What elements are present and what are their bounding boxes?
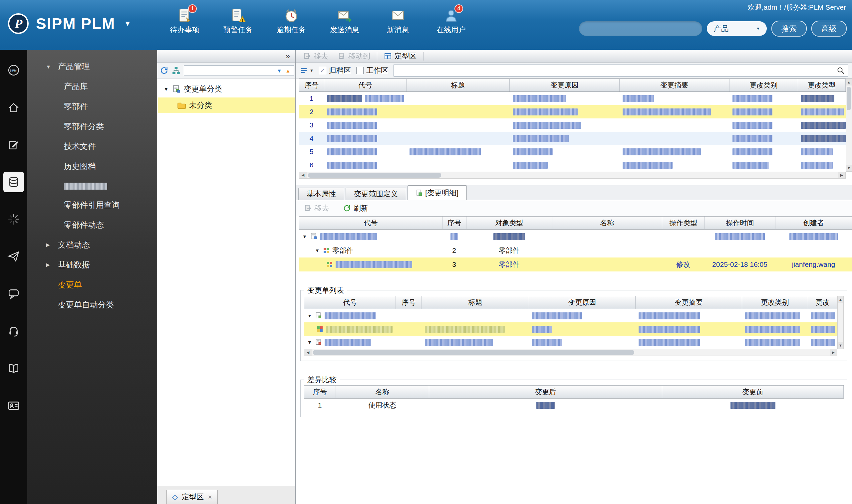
col-reason[interactable]: 变更原因	[510, 79, 620, 91]
tab-basic-properties[interactable]: 基本属性	[298, 187, 344, 200]
scroll-track[interactable]	[307, 172, 838, 178]
brand-caret-icon[interactable]: ▼	[124, 19, 131, 28]
sidebar-item-history-drawings[interactable]: 历史图档	[27, 156, 157, 176]
grid1-horizontal-scrollbar[interactable]: ◀ ▶	[299, 172, 846, 179]
col-change-category[interactable]: 更改类别	[742, 296, 808, 309]
tab-change-detail-active[interactable]: [变更明细]	[407, 185, 467, 200]
table-row[interactable]: 1	[299, 92, 846, 105]
rail-database-icon[interactable]	[3, 172, 24, 192]
sidebar-item-change-order[interactable]: 变更单	[27, 275, 157, 295]
sidebar-item-product-library[interactable]: 产品库	[27, 76, 157, 96]
sidebar-item-technical-docs[interactable]: 技术文件	[27, 137, 157, 156]
table-row[interactable]: 6	[299, 158, 846, 172]
row-expander-icon[interactable]: ▼	[302, 234, 308, 239]
col-name[interactable]: 名称	[552, 217, 662, 229]
table-row[interactable]: 4	[299, 132, 846, 145]
grid1-vertical-scrollbar[interactable]: ▲ ▼	[846, 78, 852, 172]
scroll-thumb[interactable]	[847, 87, 851, 110]
search-category-dropdown[interactable]: 产品 ▼	[707, 21, 767, 36]
tree-hierarchy-icon[interactable]	[172, 66, 180, 75]
move-to-button[interactable]: 移动到	[335, 51, 373, 61]
rail-sipm-logo-icon[interactable]: SIPM	[3, 60, 24, 80]
grid-search-input[interactable]	[397, 66, 836, 75]
overdue-tasks-button[interactable]: 逾期任务	[275, 7, 308, 35]
grid3-horizontal-scrollbar[interactable]: ◀ ▶	[304, 349, 837, 356]
col-title[interactable]: 标题	[406, 79, 510, 91]
sidebar-section-product-management[interactable]: ▼ 产品管理	[27, 57, 157, 76]
online-users-button[interactable]: 4 在线用户	[434, 7, 468, 35]
scroll-thumb[interactable]	[308, 173, 441, 178]
sidebar-group-document-activity[interactable]: ▶ 文档动态	[27, 235, 157, 255]
scroll-left-button[interactable]: ◀	[304, 349, 312, 356]
search-button[interactable]: 搜索	[771, 21, 807, 37]
col-summary[interactable]: 变更摘要	[620, 79, 729, 91]
sidebar-item-part-categories[interactable]: 零部件分类	[27, 116, 157, 137]
workspace-checkbox[interactable]: 工作区	[356, 66, 388, 75]
new-message-button[interactable]: 新消息	[381, 7, 415, 35]
tab-change-scope[interactable]: 变更范围定义	[346, 187, 406, 200]
panel-collapse-button[interactable]: »	[286, 52, 290, 60]
col-seq[interactable]: 序号	[442, 217, 467, 229]
col-operation-time[interactable]: 操作时间	[705, 217, 776, 229]
rail-edit-icon[interactable]	[3, 134, 24, 155]
rail-loading-icon[interactable]	[3, 209, 24, 230]
tree-refresh-icon[interactable]	[160, 66, 169, 75]
scroll-right-button[interactable]: ▶	[838, 172, 845, 178]
finalize-area-tab[interactable]: ◇ 定型区 ✕	[167, 490, 218, 504]
rail-book-icon[interactable]	[3, 358, 24, 379]
scroll-up-button[interactable]: ▲	[846, 79, 852, 86]
scroll-down-button[interactable]: ▼	[838, 342, 844, 349]
tree-search-prev-icon[interactable]: ▲	[284, 67, 292, 74]
brand[interactable]: P SIPM PLM ▼	[7, 13, 131, 35]
rail-home-icon[interactable]	[3, 97, 24, 118]
sidebar-item-part-activity[interactable]: 零部件动态	[27, 215, 157, 235]
tree-expander-icon[interactable]: ▼	[164, 87, 169, 92]
col-change-category[interactable]: 更改类别	[729, 79, 798, 91]
table-row[interactable]: ▼	[304, 336, 837, 349]
table-row-selected[interactable]: 3 零部件 修改 2025-02-18 16:05 jianfeng.wang	[299, 257, 852, 271]
scroll-right-button[interactable]: ▶	[830, 349, 837, 356]
sidebar-item-change-order-auto-classify[interactable]: 变更单自动分类	[27, 295, 157, 315]
rail-idcard-icon[interactable]	[3, 395, 24, 416]
tree-search-input[interactable]	[186, 67, 275, 75]
col-creator[interactable]: 创建者	[776, 217, 852, 229]
magnifier-icon[interactable]	[836, 66, 845, 75]
table-row-selected[interactable]	[304, 322, 837, 336]
tree-node-unclassified-selected[interactable]: 未分类	[158, 97, 295, 113]
col-summary[interactable]: 变更摘要	[636, 296, 742, 309]
todo-items-button[interactable]: 1 待办事项	[168, 7, 202, 35]
sidebar-item-part-reference-query[interactable]: 零部件引用查询	[27, 195, 157, 215]
col-object-type[interactable]: 对象类型	[467, 217, 552, 229]
rail-send-icon[interactable]	[3, 246, 24, 267]
table-row[interactable]: ▼	[299, 230, 852, 244]
finalize-area-button[interactable]: 定型区	[381, 51, 420, 61]
view-options-button[interactable]: ▼	[300, 67, 314, 74]
col-reason[interactable]: 变更原因	[529, 296, 636, 309]
row-expander-icon[interactable]: ▼	[315, 248, 320, 253]
col-change-type-cut[interactable]: 更改	[808, 296, 837, 309]
col-title[interactable]: 标题	[422, 296, 529, 309]
table-row[interactable]: 3	[299, 119, 846, 132]
tab-close-icon[interactable]: ✕	[208, 494, 212, 500]
scroll-thumb[interactable]	[313, 350, 634, 355]
send-message-button[interactable]: 发送消息	[328, 7, 361, 35]
table-row[interactable]: 5	[299, 145, 846, 158]
col-before-change[interactable]: 变更前	[662, 385, 844, 398]
scroll-up-button[interactable]: ▲	[838, 296, 844, 303]
table-row[interactable]: ▼ 零部件 2 零部件	[299, 244, 852, 257]
rail-support-headset-icon[interactable]	[3, 321, 24, 341]
rail-chat-icon[interactable]	[3, 284, 24, 304]
scroll-track[interactable]	[312, 349, 830, 356]
col-name[interactable]: 名称	[336, 385, 429, 398]
table-row[interactable]: ▼	[304, 309, 837, 322]
col-change-type[interactable]: 更改类型	[798, 79, 846, 91]
archive-area-checkbox[interactable]: ✓ 归档区	[319, 66, 351, 75]
alert-tasks-button[interactable]: 预警任务	[221, 7, 255, 35]
col-code[interactable]: 代号	[299, 217, 442, 229]
table-row-selected[interactable]: 2	[299, 105, 846, 119]
scroll-down-button[interactable]: ▼	[846, 165, 852, 171]
row-expander-icon[interactable]: ▼	[307, 313, 313, 318]
scroll-left-button[interactable]: ◀	[299, 172, 307, 178]
col-after-change[interactable]: 变更后	[429, 385, 662, 398]
col-code[interactable]: 代号	[324, 79, 406, 91]
